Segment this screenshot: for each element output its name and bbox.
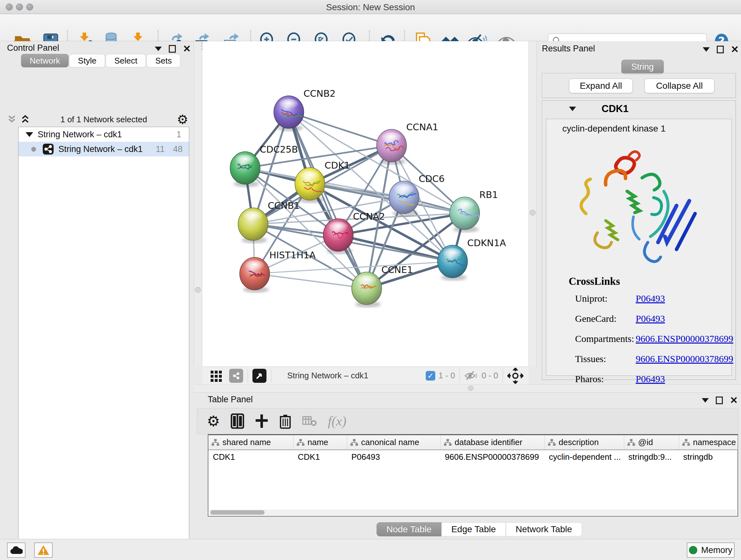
table-row[interactable]: CDK1CDK1P064939606.ENSP00000378699cyclin… — [208, 450, 738, 464]
node-label-CCNA2: CCNA2 — [353, 211, 385, 222]
crosslink-row: Pharos:P06493 — [575, 374, 604, 384]
table-cell[interactable]: CDK1 — [293, 450, 347, 464]
close-panel-icon[interactable]: ✕ — [730, 396, 738, 404]
delete-column-icon[interactable] — [279, 414, 291, 429]
column-type-icon — [682, 439, 690, 446]
tab-sets[interactable]: Sets — [146, 54, 180, 67]
pan-mode-icon[interactable] — [508, 368, 523, 384]
node-label-CCNE1: CCNE1 — [381, 264, 413, 275]
node-RB1[interactable]: RB1 — [450, 189, 498, 233]
crosslink-link[interactable]: 9606.ENSP00000378699 — [636, 333, 733, 344]
graphics-details-icon[interactable] — [253, 369, 266, 383]
main-toolbar: ? — [0, 14, 741, 41]
node-CDC6[interactable]: CDC6 — [389, 173, 445, 216]
column-type-icon — [627, 439, 635, 446]
table-horizontal-scrollbar[interactable] — [209, 509, 737, 515]
memory-button[interactable]: Memory — [687, 543, 735, 558]
close-panel-icon[interactable]: ✕ — [183, 45, 191, 53]
float-panel-icon[interactable] — [717, 46, 724, 53]
crosslink-link[interactable]: 9606.ENSP00000378699 — [636, 354, 733, 364]
node-CDKN1A[interactable]: CDKN1A — [437, 238, 506, 281]
table-header-row[interactable]: shared namenamecanonical namedatabase id… — [208, 435, 738, 450]
horizontal-splitter[interactable] — [194, 384, 741, 393]
status-bar: Memory — [0, 539, 741, 560]
column-type-icon — [548, 439, 556, 446]
gene-name: CDK1 — [602, 103, 628, 115]
tab-network[interactable]: Network — [21, 54, 69, 67]
panel-menu-icon[interactable] — [155, 47, 162, 51]
network-status-dot — [31, 147, 36, 152]
table-panel: Table Panel ✕ ⚙ f(x) shared namenamecano… — [194, 393, 741, 539]
warnings-button[interactable] — [34, 543, 53, 558]
tab-select[interactable]: Select — [106, 54, 146, 67]
collapse-all-button[interactable]: Collapse All — [644, 78, 715, 93]
crosslink-label: Uniprot: — [575, 293, 608, 304]
right-splitter[interactable] — [529, 41, 537, 367]
table-cell[interactable]: stringdb — [679, 450, 738, 464]
crosslink-label: Tissues: — [575, 354, 606, 364]
table-cell[interactable]: P06493 — [347, 450, 441, 464]
left-splitter-handle[interactable] — [195, 287, 201, 293]
network-view-toolbar: String Network – cdk1 ✓ 1 - 0 0 - 0 — [202, 367, 529, 384]
delete-table-icon — [302, 415, 317, 427]
node-HIST1H1A[interactable]: HIST1H1A — [240, 250, 316, 293]
column-header--id[interactable]: @id — [624, 435, 679, 450]
network-overview-icon[interactable] — [229, 369, 243, 383]
expand-all-icon[interactable] — [20, 115, 30, 124]
tab-edge-table[interactable]: Edge Table — [441, 522, 506, 537]
birds-eye-view-icon[interactable] — [209, 369, 223, 383]
network-options-gear-icon[interactable]: ⚙ — [177, 113, 188, 126]
column-header-name[interactable]: name — [293, 435, 347, 450]
network-canvas[interactable]: CCNB2CCNA1CDC25BCDK1CDC6RB1CCNB1CCNA2CDK… — [202, 41, 529, 367]
table-cell[interactable]: CDK1 — [208, 450, 293, 464]
horizontal-splitter-handle[interactable] — [468, 386, 473, 391]
column-header-database-identifier[interactable]: database identifier — [441, 435, 544, 450]
column-header-description[interactable]: description — [544, 435, 624, 450]
gene-section-header[interactable]: CDK1 — [542, 101, 736, 117]
edge-HIST1H1A-CCNE1 — [255, 273, 367, 288]
column-header-namespace[interactable]: namespace — [679, 435, 738, 450]
collection-count: 1 — [177, 130, 181, 139]
node-gloss — [245, 260, 264, 270]
cloud-button[interactable] — [7, 543, 25, 558]
tab-network-table[interactable]: Network Table — [506, 522, 582, 537]
table-options-gear-icon[interactable]: ⚙ — [207, 415, 220, 428]
crosslink-link[interactable]: P06493 — [636, 313, 665, 324]
tab-style[interactable]: Style — [69, 54, 105, 67]
left-splitter[interactable] — [194, 41, 202, 367]
network-selection-status: 1 of 1 Network selected — [30, 115, 177, 125]
expand-all-button[interactable]: Expand All — [569, 78, 633, 93]
network-edge-count: 48 — [173, 144, 183, 154]
table-cell[interactable]: stringdb:9... — [624, 450, 679, 464]
tab-string[interactable]: String — [621, 60, 664, 74]
crosslink-label: GeneCard: — [575, 313, 616, 324]
show-columns-icon[interactable] — [231, 414, 244, 429]
panel-menu-icon[interactable] — [702, 398, 709, 402]
column-header-shared-name[interactable]: shared name — [208, 435, 293, 450]
node-CCNA1[interactable]: CCNA1 — [377, 122, 438, 165]
table-cell[interactable]: cyclin-dependent ... — [544, 450, 624, 464]
column-type-icon — [212, 439, 219, 446]
panel-menu-icon[interactable] — [703, 47, 710, 52]
crosslink-row: GeneCard:P06493 — [575, 313, 616, 324]
table-cell[interactable]: 9606.ENSP00000378699 — [441, 450, 544, 464]
column-header-canonical-name[interactable]: canonical name — [347, 435, 441, 450]
section-collapse-icon[interactable] — [569, 107, 576, 111]
tree-expand-icon[interactable] — [25, 132, 33, 137]
add-column-icon[interactable] — [255, 414, 268, 428]
edge-CCNB2-CCNA1 — [289, 112, 392, 145]
scrollbar-thumb[interactable] — [210, 510, 265, 515]
collapse-all-icon[interactable] — [6, 115, 17, 124]
node-CCNE1[interactable]: CCNE1 — [352, 264, 413, 307]
right-splitter-handle[interactable] — [530, 210, 536, 215]
float-panel-icon[interactable] — [169, 45, 176, 53]
node-gloss — [244, 211, 263, 221]
network-collection-row[interactable]: String Network – cdk1 1 — [18, 127, 189, 142]
crosslink-link[interactable]: P06493 — [636, 374, 665, 384]
float-panel-icon[interactable] — [716, 396, 723, 404]
crosslink-link[interactable]: P06493 — [636, 293, 665, 304]
selected-nodes-checkbox[interactable]: ✓ — [426, 371, 435, 381]
close-panel-icon[interactable]: ✕ — [731, 46, 739, 53]
tab-node-table[interactable]: Node Table — [377, 522, 441, 537]
network-row[interactable]: String Network – cdk1 11 48 — [18, 142, 189, 157]
